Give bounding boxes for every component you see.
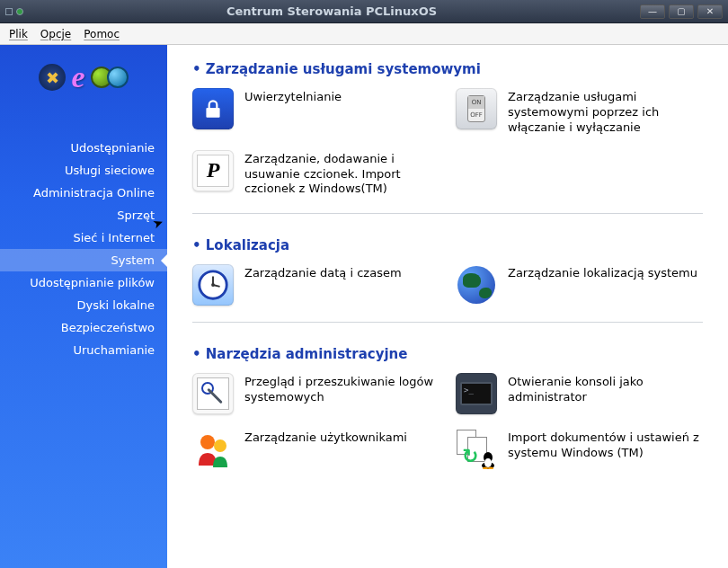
item-console[interactable]: >_ Otwieranie konsoli jako administrator [456, 373, 703, 414]
gear-logo-icon: ✖ [39, 64, 66, 91]
item-label: Import dokumentów i ustawień z systemu W… [508, 429, 703, 461]
sidebar-item-administracja-online[interactable]: Administracja Online [0, 182, 167, 204]
sidebar-item-uruchamianie[interactable]: Uruchamianie [0, 339, 167, 361]
svg-point-4 [211, 283, 215, 287]
item-services-toggle[interactable]: ONOFF Zarządzanie usługami systemowymi p… [456, 88, 703, 136]
item-date-time[interactable]: Zarządzanie datą i czasem [192, 264, 439, 306]
item-users[interactable]: Zarządzanie użytkownikami [192, 429, 439, 470]
item-label: Zarządzanie datą i czasem [244, 264, 402, 281]
menu-opcje[interactable]: Opcje [40, 28, 71, 40]
clock-icon [192, 264, 234, 306]
sidebar-item-label: Usługi sieciowe [65, 164, 155, 177]
logo-zone: ✖ e [0, 45, 167, 110]
sidebar-item-label: Udostępnianie plików [30, 276, 155, 289]
item-import-windows[interactable]: ↻ Import dokumentów i ustawień z systemu… [456, 429, 703, 470]
lock-icon [192, 88, 234, 129]
item-authentication[interactable]: Uwierzytelnianie [192, 88, 439, 136]
section-title: Lokalizacja [192, 237, 703, 253]
system-tray-icon [16, 8, 23, 15]
menu-pomoc[interactable]: Pomoc [84, 28, 120, 40]
sidebar-item-dyski-lokalne[interactable]: Dyski lokalne [0, 294, 167, 316]
item-logs[interactable]: Przegląd i przeszukiwanie logów systemow… [192, 373, 439, 414]
item-label: Zarządzanie, dodawanie i usuwanie czcion… [244, 150, 439, 198]
item-label: Zarządzanie lokalizacją systemu [508, 264, 697, 281]
menubar: Plik Opcje Pomoc [0, 23, 728, 45]
section-title: Zarządzanie usługami systemowymi [192, 61, 703, 77]
sidebar-item-label: Sieć i Internet [73, 231, 155, 244]
system-tray-icon [5, 8, 13, 15]
sidebar: ✖ e Udostępnianie Usługi sieciowe Admini… [0, 45, 167, 568]
sidebar-item-udostepnianie-plikow[interactable]: Udostępnianie plików [0, 271, 167, 294]
close-button[interactable]: ✕ [697, 4, 723, 19]
section-divider [192, 322, 703, 323]
switch-icon: ONOFF [456, 88, 497, 129]
sidebar-item-bezpieczenstwo[interactable]: Bezpieczeństwo [0, 316, 167, 339]
logs-icon [192, 373, 234, 414]
item-label: Zarządzanie usługami systemowymi poprzez… [508, 88, 703, 136]
sidebar-item-label: Bezpieczeństwo [61, 321, 155, 334]
item-label: Przegląd i przeszukiwanie logów systemow… [244, 373, 439, 405]
sidebar-item-sprzet[interactable]: Sprzęt [0, 204, 167, 226]
font-icon: P [192, 150, 234, 191]
import-icon: ↻ [456, 429, 497, 470]
svg-point-9 [484, 458, 492, 467]
globe-icon [456, 264, 497, 306]
sidebar-item-label: Udostępnianie [70, 141, 155, 155]
sidebar-item-label: Administracja Online [33, 186, 155, 200]
item-label: Uwierzytelnianie [244, 88, 342, 105]
item-localization[interactable]: Zarządzanie lokalizacją systemu [456, 264, 703, 306]
window-title: Centrum Sterowania PCLinuxOS [23, 4, 640, 18]
item-fonts[interactable]: P Zarządzanie, dodawanie i usuwanie czci… [192, 150, 439, 198]
sidebar-item-uslugi-sieciowe[interactable]: Usługi sieciowe [0, 159, 167, 182]
svg-point-5 [200, 435, 215, 449]
section-title: Narzędzia administracyjne [192, 346, 703, 362]
minimize-button[interactable]: — [640, 4, 665, 19]
sidebar-item-label: Dyski lokalne [77, 298, 155, 312]
section-divider [192, 213, 703, 214]
sidebar-item-system[interactable]: System [0, 249, 167, 271]
menu-plik[interactable]: Plik [9, 28, 28, 40]
users-icon [192, 429, 234, 470]
sidebar-nav: Udostępnianie Usługi sieciowe Administra… [0, 137, 167, 361]
item-label: Zarządzanie użytkownikami [244, 429, 407, 446]
logo-os [91, 67, 129, 88]
sidebar-item-siec-internet[interactable]: Sieć i Internet [0, 226, 167, 249]
section-admin-tools: Narzędzia administracyjne Przegląd i prz… [192, 346, 703, 470]
item-label: Otwieranie konsoli jako administrator [508, 373, 703, 405]
sidebar-item-udostepnianie[interactable]: Udostępnianie [0, 137, 167, 159]
console-icon: >_ [456, 373, 497, 414]
main-content: Zarządzanie usługami systemowymi Uwierzy… [167, 45, 728, 568]
maximize-button[interactable]: ▢ [669, 4, 694, 19]
sidebar-item-label: Uruchamianie [73, 343, 155, 357]
section-localization: Lokalizacja Zarządzanie datą i czasem Za… [192, 237, 703, 323]
svg-point-6 [214, 439, 226, 452]
logo-letter-e: e [71, 60, 84, 94]
sidebar-item-label: System [111, 253, 155, 267]
titlebar: Centrum Sterowania PCLinuxOS — ▢ ✕ [0, 0, 728, 23]
sidebar-item-label: Sprzęt [117, 209, 155, 222]
svg-rect-0 [206, 108, 219, 118]
section-system-services: Zarządzanie usługami systemowymi Uwierzy… [192, 61, 703, 214]
